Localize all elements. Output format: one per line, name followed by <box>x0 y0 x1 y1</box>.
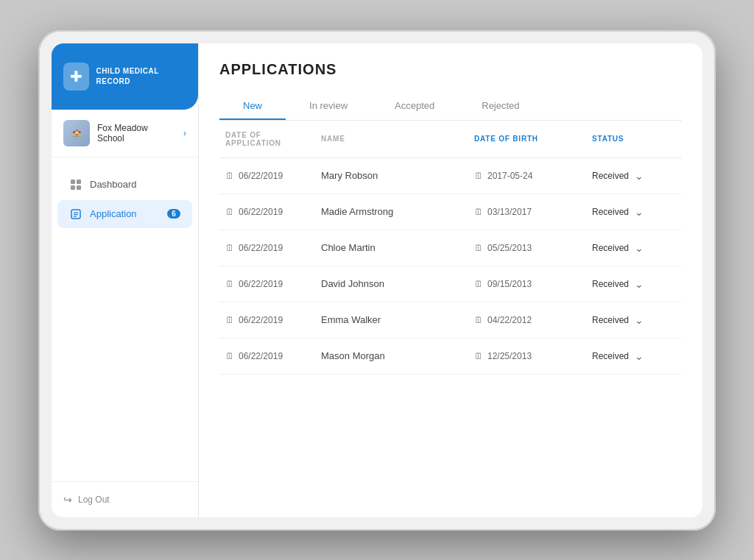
tab-rejected[interactable]: Rejected <box>458 93 543 120</box>
status-dropdown-button[interactable]: ⌄ <box>632 169 646 183</box>
cell-dob-2: 🗓 05/25/2013 <box>468 230 586 266</box>
status-text: Received <box>592 279 629 289</box>
logout-icon: ↪ <box>63 494 72 506</box>
calendar-icon: 🗓 <box>225 279 234 289</box>
application-badge: 6 <box>167 209 180 219</box>
status-text: Received <box>592 315 629 325</box>
school-chevron-icon: › <box>183 128 186 138</box>
main-content: APPLICATIONS New In review Accepted Reje… <box>199 43 702 517</box>
sidebar-nav: Dashboard Application 6 <box>52 157 198 481</box>
calendar-icon: 🗓 <box>225 207 234 217</box>
cell-dob-5: 🗓 12/25/2013 <box>468 338 586 374</box>
school-item[interactable]: 🏫 Fox Meadow School › <box>52 110 198 157</box>
school-thumbnail: 🏫 <box>63 120 90 146</box>
dob-calendar-icon: 🗓 <box>474 351 483 361</box>
status-dropdown-button[interactable]: ⌄ <box>632 241 646 255</box>
dob-value: 03/13/2017 <box>487 207 532 217</box>
dashboard-icon <box>69 178 82 191</box>
cell-status-0: Received ⌄ <box>586 157 682 194</box>
calendar-icon: 🗓 <box>225 315 234 325</box>
cell-name-0: Mary Robson <box>315 157 468 194</box>
tab-new[interactable]: New <box>219 93 286 120</box>
dob-value: 09/15/2013 <box>487 279 532 289</box>
cell-status-2: Received ⌄ <box>586 230 682 266</box>
dob-calendar-icon: 🗓 <box>474 243 483 253</box>
table-container: DATE OF APPLICATION NAME DATE OF BIRTH S… <box>199 121 702 517</box>
device-inner: ✚ CHILD MEDICAL RECORD 🏫 Fox Meadow Scho… <box>52 43 702 517</box>
status-text: Received <box>592 243 629 253</box>
cell-name-1: Madie Armstrong <box>315 194 468 230</box>
applicant-name: Madie Armstrong <box>321 206 393 217</box>
col-header-name: NAME <box>315 121 468 158</box>
status-text: Received <box>592 351 629 361</box>
sidebar-item-application[interactable]: Application 6 <box>57 200 192 228</box>
cell-date-5: 🗓 06/22/2019 <box>219 338 315 374</box>
sidebar-header: ✚ CHILD MEDICAL RECORD <box>52 43 198 110</box>
svg-rect-3 <box>77 185 81 190</box>
calendar-icon: 🗓 <box>225 243 234 253</box>
svg-rect-1 <box>77 180 81 184</box>
cell-name-2: Chloe Martin <box>315 230 468 266</box>
status-dropdown-button[interactable]: ⌄ <box>632 277 646 291</box>
cell-dob-1: 🗓 03/13/2017 <box>468 194 586 230</box>
tab-accepted[interactable]: Accepted <box>371 93 458 120</box>
cell-name-3: David Johnson <box>315 266 468 302</box>
applicant-name: Emma Walker <box>321 314 381 325</box>
col-header-status: STATUS <box>586 121 682 158</box>
logout-label: Log Out <box>78 495 110 505</box>
cell-date-0: 🗓 06/22/2019 <box>219 157 315 194</box>
status-text: Received <box>592 207 629 217</box>
app-title: CHILD MEDICAL RECORD <box>96 66 186 87</box>
logout-button[interactable]: ↪ Log Out <box>63 494 186 506</box>
application-icon <box>69 208 82 221</box>
page-title: APPLICATIONS <box>219 61 682 78</box>
sidebar-footer: ↪ Log Out <box>52 481 198 517</box>
applicant-name: David Johnson <box>321 278 384 289</box>
date-value: 06/22/2019 <box>239 315 283 325</box>
table-row: 🗓 06/22/2019 Mason Morgan 🗓 12/25/2013 R… <box>219 338 682 374</box>
sidebar-item-dashboard[interactable]: Dashboard <box>57 171 192 199</box>
tab-in-review[interactable]: In review <box>286 93 371 120</box>
cell-status-1: Received ⌄ <box>586 194 682 230</box>
table-header-row: DATE OF APPLICATION NAME DATE OF BIRTH S… <box>219 121 682 158</box>
dob-value: 04/22/2012 <box>487 315 532 325</box>
cell-dob-4: 🗓 04/22/2012 <box>468 302 586 338</box>
status-dropdown-button[interactable]: ⌄ <box>632 205 646 219</box>
dob-value: 05/25/2013 <box>487 243 532 253</box>
application-label: Application <box>90 208 160 219</box>
cell-date-4: 🗓 06/22/2019 <box>219 302 315 338</box>
cell-name-4: Emma Walker <box>315 302 468 338</box>
logo-icon: ✚ <box>63 63 89 91</box>
applicant-name: Mason Morgan <box>321 350 385 361</box>
cell-status-3: Received ⌄ <box>586 266 682 302</box>
table-row: 🗓 06/22/2019 Chloe Martin 🗓 05/25/2013 R… <box>219 230 682 266</box>
cell-status-4: Received ⌄ <box>586 302 682 338</box>
status-text: Received <box>592 171 629 181</box>
page-header: APPLICATIONS New In review Accepted Reje… <box>199 43 702 121</box>
svg-rect-0 <box>71 180 75 184</box>
calendar-icon: 🗓 <box>225 171 234 181</box>
table-row: 🗓 06/22/2019 Mary Robson 🗓 2017-05-24 Re… <box>219 157 682 194</box>
table-row: 🗓 06/22/2019 David Johnson 🗓 09/15/2013 … <box>219 266 682 302</box>
date-value: 06/22/2019 <box>239 243 283 253</box>
cell-dob-3: 🗓 09/15/2013 <box>468 266 586 302</box>
tabs: New In review Accepted Rejected <box>219 93 682 121</box>
date-value: 06/22/2019 <box>239 279 283 289</box>
dob-calendar-icon: 🗓 <box>474 279 483 289</box>
logo-cross: ✚ <box>70 68 82 85</box>
school-name: Fox Meadow School <box>97 123 176 143</box>
cell-date-1: 🗓 06/22/2019 <box>219 194 315 230</box>
applicant-name: Mary Robson <box>321 170 378 181</box>
sidebar: ✚ CHILD MEDICAL RECORD 🏫 Fox Meadow Scho… <box>52 43 199 517</box>
status-dropdown-button[interactable]: ⌄ <box>632 349 646 364</box>
col-header-dob: DATE OF BIRTH <box>468 121 586 158</box>
dob-calendar-icon: 🗓 <box>474 207 483 217</box>
cell-date-2: 🗓 06/22/2019 <box>219 230 315 266</box>
date-value: 06/22/2019 <box>239 351 283 361</box>
status-dropdown-button[interactable]: ⌄ <box>632 313 646 327</box>
date-value: 06/22/2019 <box>239 171 283 181</box>
applications-table: DATE OF APPLICATION NAME DATE OF BIRTH S… <box>219 121 682 375</box>
applicant-name: Chloe Martin <box>321 242 376 253</box>
table-row: 🗓 06/22/2019 Madie Armstrong 🗓 03/13/201… <box>219 194 682 230</box>
table-row: 🗓 06/22/2019 Emma Walker 🗓 04/22/2012 Re… <box>219 302 682 338</box>
